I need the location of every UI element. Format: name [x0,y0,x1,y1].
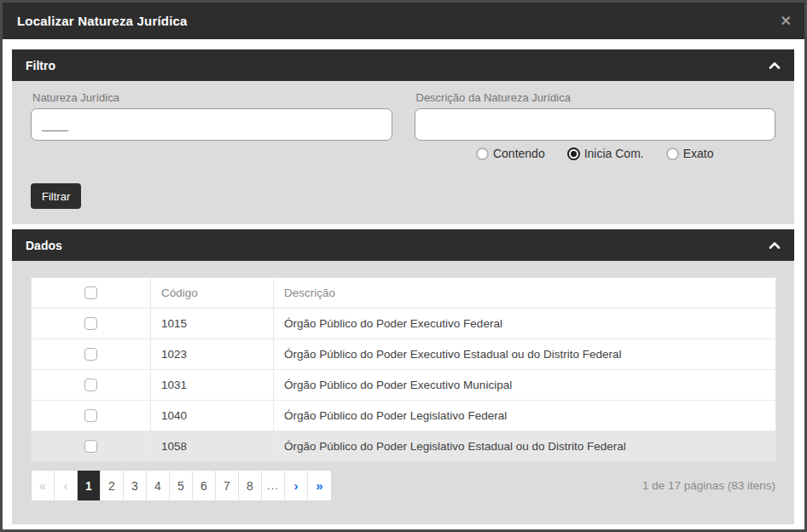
radio-contendo[interactable]: Contendo [476,147,545,160]
page-button-7[interactable]: 7 [216,471,239,500]
descricao-label: Descrição da Natureza Jurídica [416,91,776,104]
chevron-up-icon[interactable] [769,241,781,249]
pagination-status: 1 de 17 páginas (83 itens) [642,479,775,492]
first-page-button[interactable]: « [32,471,55,500]
radio-inicia-com-circle[interactable] [567,147,580,160]
descricao-column-header: Descrição [274,278,776,309]
radio-contendo-circle[interactable] [476,147,489,160]
descricao-input[interactable] [415,108,776,141]
row-descricao: Órgão Público do Poder Legislativo Feder… [274,401,776,431]
filtro-section-title: Filtro [26,59,55,72]
row-codigo: 1040 [151,401,274,431]
row-checkbox[interactable] [84,348,97,361]
table-row[interactable]: 1023 Órgão Público do Poder Executivo Es… [32,339,776,370]
filtro-body: Natureza Jurídica Descrição da Natureza … [12,81,794,224]
row-codigo: 1023 [151,339,274,370]
chevron-up-icon[interactable] [769,61,781,69]
radio-inicia-com[interactable]: Inicia Com. [567,147,644,160]
table-row[interactable]: 1015 Órgão Público do Poder Executivo Fe… [32,309,776,339]
table-row[interactable]: 1031 Órgão Público do Poder Executivo Mu… [32,370,776,401]
modal-title: Localizar Natureza Jurídica [17,14,188,28]
page-button-4[interactable]: 4 [147,471,170,500]
next-page-button[interactable]: › [285,471,308,500]
dados-section-title: Dados [26,239,62,252]
radio-exato-label: Exato [683,147,714,160]
table-row[interactable]: 1040 Órgão Público do Poder Legislativo … [32,401,776,431]
pagination-row: « ‹ 1 2 3 4 5 6 7 8 ... › » 1 de 17 pági… [31,470,775,501]
page-button-1[interactable]: 1 [78,471,101,500]
radio-exato-circle[interactable] [666,147,679,160]
row-checkbox[interactable] [84,440,97,453]
filtrar-button[interactable]: Filtrar [31,183,81,209]
page-button-5[interactable]: 5 [170,471,193,500]
modal-titlebar: Localizar Natureza Jurídica ✕ [3,3,804,39]
page-button-2[interactable]: 2 [101,471,124,500]
dados-section-header[interactable]: Dados [12,229,794,261]
natureza-juridica-input[interactable] [31,108,392,141]
page-button-3[interactable]: 3 [124,471,147,500]
page-button-6[interactable]: 6 [193,471,216,500]
row-codigo: 1031 [151,370,274,401]
codigo-column-header: Código [151,278,274,309]
row-descricao: Órgão Público do Poder Executivo Estadua… [274,339,776,370]
row-codigo: 1015 [151,309,274,339]
pagination: « ‹ 1 2 3 4 5 6 7 8 ... › » [31,470,332,501]
select-all-checkbox[interactable] [84,286,97,299]
descricao-field: Descrição da Natureza Jurídica Contendo … [415,91,776,160]
row-descricao: Órgão Público do Poder Executivo Municip… [274,370,776,401]
radio-contendo-label: Contendo [493,147,545,160]
prev-page-button[interactable]: ‹ [55,471,78,500]
radio-exato[interactable]: Exato [666,147,714,160]
row-descricao: Órgão Público do Poder Legislativo Estad… [274,431,776,462]
close-icon[interactable]: ✕ [781,14,792,28]
table-row[interactable]: 1058 Órgão Público do Poder Legislativo … [32,431,776,462]
match-mode-radio-group: Contendo Inicia Com. Exato [415,147,776,160]
filtro-section-header[interactable]: Filtro [12,49,794,81]
row-checkbox[interactable] [84,409,97,422]
page-button-8[interactable]: 8 [239,471,262,500]
radio-inicia-com-label: Inicia Com. [584,147,644,160]
row-checkbox[interactable] [84,317,97,330]
natureza-juridica-table: Código Descrição 1015 Órgão Público do P… [31,277,776,462]
localizar-natureza-juridica-modal: Localizar Natureza Jurídica ✕ Filtro Nat… [0,0,807,532]
row-codigo: 1058 [151,431,274,462]
last-page-button[interactable]: » [308,471,331,500]
header-checkbox-cell [32,278,151,309]
pagination-ellipsis: ... [262,471,285,500]
table-header-row: Código Descrição [32,278,776,309]
row-checkbox[interactable] [84,379,97,391]
dados-body: Código Descrição 1015 Órgão Público do P… [12,261,794,524]
modal-content: Filtro Natureza Jurídica Descrição da Na… [3,39,804,529]
natureza-juridica-label: Natureza Jurídica [32,91,392,104]
row-descricao: Órgão Público do Poder Executivo Federal [274,309,776,339]
natureza-juridica-field: Natureza Jurídica [31,91,392,160]
